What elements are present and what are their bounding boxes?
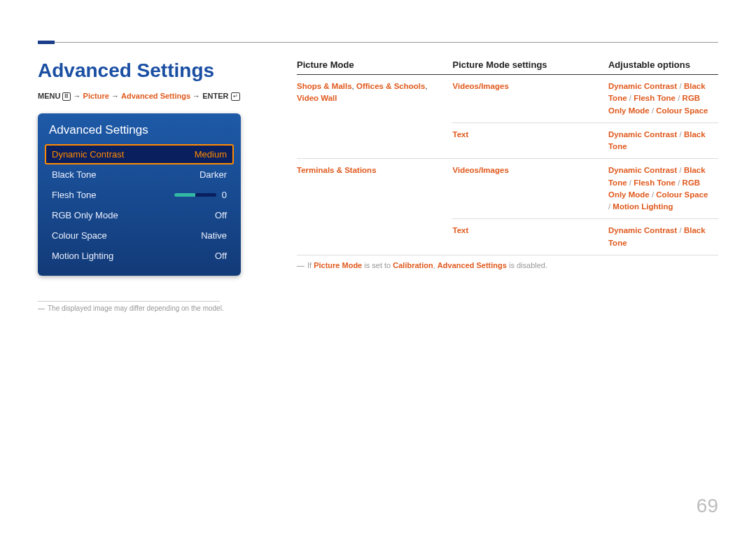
osd-value: Native xyxy=(201,230,227,241)
osd-value: Darker xyxy=(200,169,227,180)
opt-sep: / xyxy=(677,166,684,174)
opt-sep: / xyxy=(650,106,657,115)
footnote-calibration: ―If Picture Mode is set to Calibration, … xyxy=(297,261,718,269)
cell-setting: Videos/Images xyxy=(452,159,608,219)
setting-text: Videos/Images xyxy=(452,82,508,90)
setting-text: Text xyxy=(452,130,468,139)
breadcrumb: MENU Ⅲ → Picture → Advanced Settings → E… xyxy=(38,92,262,101)
setting-text: Text xyxy=(452,226,468,234)
enter-icon: ↵ xyxy=(231,92,240,101)
cell-setting: Text xyxy=(452,122,608,159)
setting-text: Videos/Images xyxy=(452,166,508,174)
opt-sep: / xyxy=(676,178,682,187)
cell-options: Dynamic Contrast / Black Tone / Flesh To… xyxy=(608,75,718,123)
opt-sep: / xyxy=(650,190,657,199)
footnote-text: The displayed image may differ depending… xyxy=(48,304,224,312)
menu-icon: Ⅲ xyxy=(62,92,71,101)
note-text: is set to xyxy=(362,261,393,269)
opt-sep: / xyxy=(677,82,684,90)
note-text: If xyxy=(307,261,314,269)
section-top-rule xyxy=(38,42,718,43)
opt-text: Dynamic Contrast xyxy=(608,82,677,90)
slider-fill xyxy=(174,193,195,197)
mode-text: Terminals & Stations xyxy=(297,166,377,174)
osd-value: Off xyxy=(215,251,227,261)
osd-label: Dynamic Contrast xyxy=(52,149,124,160)
opt-sep: / xyxy=(677,226,684,234)
note-hl: Calibration xyxy=(393,261,433,269)
opt-text: Flesh Tone xyxy=(634,178,676,187)
opt-text: Dynamic Contrast xyxy=(608,166,677,174)
note-hl: Picture Mode xyxy=(314,261,362,269)
osd-row-rgb-only[interactable]: RGB Only Mode Off xyxy=(45,205,234,225)
breadcrumb-arrow: → xyxy=(111,92,119,100)
options-table: Picture Mode Picture Mode settings Adjus… xyxy=(297,59,718,255)
mode-text: Shops & Malls xyxy=(297,82,352,90)
opt-sep: / xyxy=(676,94,682,102)
osd-label: Flesh Tone xyxy=(52,190,96,200)
dash-icon: ― xyxy=(38,304,45,312)
osd-label: Motion Lighting xyxy=(52,251,113,261)
cell-options: Dynamic Contrast / Black Tone / Flesh To… xyxy=(608,159,718,219)
opt-text: Dynamic Contrast xyxy=(608,226,677,234)
osd-value: 0 xyxy=(222,190,227,200)
opt-sep: / xyxy=(627,94,634,102)
table-row: Shops & Malls, Offices & Schools, Video … xyxy=(297,75,718,123)
opt-sep: / xyxy=(627,178,634,187)
osd-row-black-tone[interactable]: Black Tone Darker xyxy=(45,164,234,185)
breadcrumb-menu: MENU xyxy=(38,92,60,100)
mode-sep: , xyxy=(425,82,427,90)
osd-row-dynamic-contrast[interactable]: Dynamic Contrast Medium xyxy=(45,144,234,164)
th-settings: Picture Mode settings xyxy=(452,59,608,75)
opt-text: Motion Lighting xyxy=(612,202,673,211)
page-number: 69 xyxy=(696,495,718,517)
footnote-image-differ: ―The displayed image may differ dependin… xyxy=(38,304,262,312)
cell-mode: Terminals & Stations xyxy=(297,159,452,255)
dash-icon: ― xyxy=(297,261,304,269)
section-heading: Advanced Settings xyxy=(38,59,262,82)
breadcrumb-picture: Picture xyxy=(83,92,109,100)
cell-setting: Videos/Images xyxy=(452,75,608,123)
osd-value: Off xyxy=(215,210,227,220)
osd-label: Colour Space xyxy=(52,230,107,241)
opt-text: Flesh Tone xyxy=(634,94,676,102)
osd-row-flesh-tone[interactable]: Flesh Tone 0 xyxy=(45,185,234,205)
table-row: Terminals & Stations Videos/Images Dynam… xyxy=(297,159,718,219)
breadcrumb-advanced: Advanced Settings xyxy=(121,92,190,100)
footnote-separator xyxy=(38,301,220,302)
osd-row-colour-space[interactable]: Colour Space Native xyxy=(45,225,234,246)
mode-text: Offices & Schools xyxy=(356,82,425,90)
osd-label: Black Tone xyxy=(52,169,96,180)
cell-options: Dynamic Contrast / Black Tone xyxy=(608,219,718,255)
note-hl: Advanced Settings xyxy=(438,261,507,269)
osd-panel: Advanced Settings Dynamic Contrast Mediu… xyxy=(38,113,241,276)
flesh-tone-slider[interactable] xyxy=(174,193,216,197)
breadcrumb-arrow: → xyxy=(192,92,200,100)
breadcrumb-enter: ENTER xyxy=(202,92,228,100)
opt-sep: / xyxy=(677,130,684,139)
cell-setting: Text xyxy=(452,219,608,255)
mode-text: Video Wall xyxy=(297,94,337,102)
th-picture-mode: Picture Mode xyxy=(297,59,452,75)
osd-value: Medium xyxy=(195,149,227,160)
note-text: is disabled. xyxy=(507,261,547,269)
osd-row-motion-lighting[interactable]: Motion Lighting Off xyxy=(45,246,234,266)
cell-options: Dynamic Contrast / Black Tone xyxy=(608,122,718,159)
breadcrumb-arrow: → xyxy=(74,92,81,100)
osd-label: RGB Only Mode xyxy=(52,210,118,220)
opt-text: Dynamic Contrast xyxy=(608,130,677,139)
cell-mode: Shops & Malls, Offices & Schools, Video … xyxy=(297,75,452,159)
osd-title: Advanced Settings xyxy=(45,120,234,144)
opt-text: Colour Space xyxy=(656,106,708,115)
th-options: Adjustable options xyxy=(608,59,718,75)
opt-text: Colour Space xyxy=(656,190,708,199)
